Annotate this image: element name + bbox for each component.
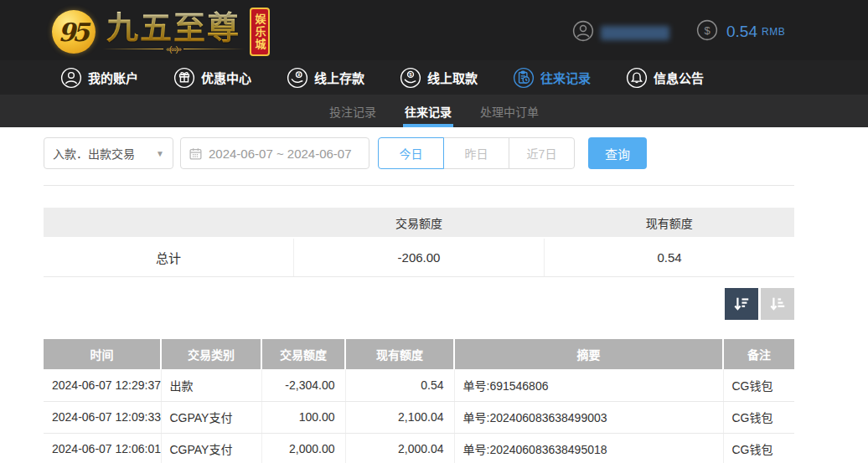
section-divider <box>44 185 794 186</box>
summary-header-balance: 现有额度 <box>544 208 794 237</box>
cell-amount: -2,304.00 <box>261 369 345 401</box>
sort-descending-icon <box>732 295 751 313</box>
user-icon <box>572 20 594 45</box>
cell-time: 2024-06-07 12:29:37 <box>44 369 161 401</box>
svg-text:$: $ <box>704 24 710 37</box>
table-row: 2024-06-07 12:06:01 CGPAY支付 2,000.00 2,0… <box>44 433 794 463</box>
col-header-note: 备注 <box>723 339 794 369</box>
withdraw-hand-coin-icon: $ <box>400 67 421 89</box>
cell-summary: 单号:202406083638499003 <box>454 401 723 433</box>
summary-total-balance: 0.54 <box>544 239 794 276</box>
content-area: 入款．出款交易 ▼ 2024-06-07 ~ 2024-06-07 今日 昨日 … <box>0 137 868 463</box>
brand-monogram-icon: 95 <box>52 10 96 54</box>
filter-row: 入款．出款交易 ▼ 2024-06-07 ~ 2024-06-07 今日 昨日 … <box>44 137 868 169</box>
cell-type: 出款 <box>161 369 261 401</box>
balance-amount: 0.54 <box>726 23 757 41</box>
nav-item-my-account[interactable]: 我的账户 <box>60 67 138 89</box>
transactions-table: 时间 交易类别 交易额度 现有额度 摘要 备注 2024-06-07 12:29… <box>44 339 794 463</box>
cell-time: 2024-06-07 12:06:01 <box>44 433 161 463</box>
cell-amount: 2,000.00 <box>261 433 345 463</box>
summary-total-amount: -206.00 <box>293 239 544 276</box>
summary-header-row: 交易额度 现有额度 <box>44 208 794 237</box>
query-button[interactable]: 查询 <box>588 137 647 169</box>
last7days-button[interactable]: 近7日 <box>509 137 575 169</box>
nav-item-promotions[interactable]: 优惠中心 <box>173 67 251 89</box>
account-user-icon <box>60 67 82 89</box>
sort-ascending-button[interactable] <box>761 288 794 320</box>
nav-item-announcements[interactable]: 信息公告 <box>626 67 704 89</box>
col-header-time: 时间 <box>44 339 161 369</box>
cell-balance: 0.54 <box>345 369 454 401</box>
summary-header-amount: 交易额度 <box>294 208 545 237</box>
cell-note: CG钱包 <box>723 401 794 433</box>
today-button[interactable]: 今日 <box>378 137 444 169</box>
nav-item-transaction-records[interactable]: 往来记录 <box>513 67 591 89</box>
brand-flourish: «(∞)» <box>102 45 245 54</box>
sort-controls <box>44 288 794 320</box>
top-header-bar: 95 九五至尊 «(∞)» 娱乐城 $ 0.54 RMB <box>0 0 868 60</box>
balance-currency: RMB <box>762 26 785 38</box>
gift-icon <box>173 67 195 89</box>
calendar-icon <box>189 147 203 161</box>
cell-type: CGPAY支付 <box>161 401 261 433</box>
tab-transaction-records[interactable]: 往来记录 <box>403 95 453 127</box>
table-header-row: 时间 交易类别 交易额度 现有额度 摘要 备注 <box>44 339 794 369</box>
cell-note: CG钱包 <box>723 369 794 401</box>
user-account[interactable] <box>572 20 669 45</box>
nav-item-withdraw[interactable]: $ 线上取款 <box>400 67 478 89</box>
sort-descending-button[interactable] <box>725 288 758 320</box>
col-header-balance: 现有额度 <box>345 339 454 369</box>
cell-summary: 单号:691546806 <box>454 369 723 401</box>
quick-date-button-group: 今日 昨日 近7日 <box>378 137 575 169</box>
bell-icon <box>626 67 648 89</box>
table-row: 2024-06-07 12:09:33 CGPAY支付 100.00 2,100… <box>44 401 794 433</box>
cell-summary: 单号:202406083638495018 <box>454 433 723 463</box>
sort-ascending-icon <box>768 295 787 313</box>
cell-note: CG钱包 <box>723 433 794 463</box>
col-header-amount: 交易额度 <box>261 339 345 369</box>
coin-dollar-icon: $ <box>696 19 718 44</box>
cell-amount: 100.00 <box>261 401 345 433</box>
records-subtabs: 投注记录 往来记录 处理中订单 <box>0 95 868 127</box>
svg-text:¥: ¥ <box>297 72 300 77</box>
cell-type: CGPAY支付 <box>161 433 261 463</box>
main-nav: 我的账户 优惠中心 ¥ 线上存款 <box>0 60 868 95</box>
summary-table: 交易额度 现有额度 总计 -206.00 0.54 <box>44 208 794 277</box>
col-header-type: 交易类别 <box>161 339 261 369</box>
nav-item-deposit[interactable]: ¥ 线上存款 <box>287 67 364 89</box>
chevron-down-icon: ▼ <box>156 149 164 158</box>
brand-logo[interactable]: 95 九五至尊 «(∞)» 娱乐城 <box>52 8 270 56</box>
cell-balance: 2,100.04 <box>345 401 454 433</box>
balance-display[interactable]: $ 0.54 RMB <box>696 19 785 44</box>
date-range-input[interactable]: 2024-06-07 ~ 2024-06-07 <box>180 137 369 169</box>
brand-name: 九五至尊 <box>106 11 240 44</box>
summary-total-row: 总计 -206.00 0.54 <box>44 239 794 277</box>
deposit-hand-coin-icon: ¥ <box>287 67 308 89</box>
records-clipboard-clock-icon <box>513 67 535 89</box>
summary-total-label: 总计 <box>44 239 293 276</box>
username-blurred <box>601 26 669 40</box>
cell-time: 2024-06-07 12:09:33 <box>44 401 161 433</box>
summary-header-empty <box>44 208 294 237</box>
tab-pending-orders[interactable]: 处理中订单 <box>478 95 540 127</box>
table-row: 2024-06-07 12:29:37 出款 -2,304.00 0.54 单号… <box>44 369 794 401</box>
tab-bet-records[interactable]: 投注记录 <box>328 95 378 127</box>
brand-badge: 娱乐城 <box>250 8 270 56</box>
col-header-summary: 摘要 <box>454 339 723 369</box>
transaction-type-select[interactable]: 入款．出款交易 ▼ <box>44 137 173 169</box>
yesterday-button[interactable]: 昨日 <box>443 137 509 169</box>
cell-balance: 2,000.04 <box>345 433 454 463</box>
